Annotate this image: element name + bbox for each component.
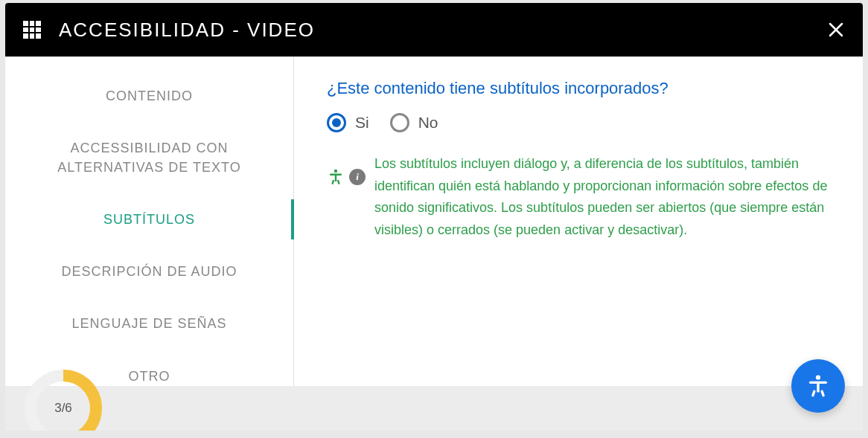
info-icons: i — [327, 153, 366, 186]
radio-circle-icon — [327, 113, 346, 132]
dialog-container: ACCESIBILIDAD - VIDEO CONTENIDO ACCESSIB… — [5, 3, 863, 431]
svg-rect-4 — [335, 174, 336, 181]
radio-no-label: No — [418, 114, 438, 132]
sidebar-item-alternativas-texto[interactable]: ACCESSIBILIDAD CON ALTERNATIVAS DE TEXTO — [5, 122, 293, 193]
dialog-body: CONTENIDO ACCESSIBILIDAD CON ALTERNATIVA… — [5, 57, 863, 431]
bottom-strip — [5, 386, 863, 431]
sidebar-item-label: DESCRIPCIÓN DE AUDIO — [61, 264, 237, 279]
sidebar-item-descripcion-audio[interactable]: DESCRIPCIÓN DE AUDIO — [5, 245, 293, 297]
progress-text: 3/6 — [22, 367, 105, 431]
info-text: Los subtítulos incluyen diálogo y, a dif… — [374, 153, 830, 242]
dialog-title: ACCESIBILIDAD - VIDEO — [59, 19, 827, 42]
app-grid-icon[interactable] — [23, 21, 41, 39]
svg-point-9 — [816, 376, 820, 380]
close-icon[interactable] — [827, 21, 845, 39]
svg-rect-5 — [331, 180, 334, 184]
svg-rect-11 — [817, 381, 819, 392]
svg-rect-6 — [337, 180, 340, 184]
radio-yes[interactable]: Si — [327, 113, 369, 132]
svg-rect-13 — [820, 390, 825, 397]
progress-badge: 3/6 — [22, 367, 105, 431]
main-panel: ¿Este contenido tiene subtítulos incorpo… — [294, 57, 863, 431]
sidebar-item-subtitulos[interactable]: SUBTÍTULOS — [5, 193, 293, 245]
radio-circle-icon — [390, 113, 409, 132]
radio-group: Si No — [327, 113, 830, 132]
info-icon[interactable]: i — [349, 169, 366, 185]
sidebar-item-contenido[interactable]: CONTENIDO — [5, 70, 293, 122]
svg-point-2 — [334, 170, 337, 173]
sidebar-item-label: SUBTÍTULOS — [103, 212, 195, 227]
radio-yes-label: Si — [355, 114, 369, 132]
dialog-header: ACCESIBILIDAD - VIDEO — [5, 3, 863, 57]
svg-rect-12 — [811, 390, 816, 397]
sidebar-item-lenguaje-senas[interactable]: LENGUAJE DE SEÑAS — [5, 297, 293, 350]
accessibility-person-icon — [327, 168, 345, 186]
accessibility-fab[interactable] — [791, 359, 845, 413]
question-text: ¿Este contenido tiene subtítulos incorpo… — [327, 79, 830, 98]
sidebar-item-label: OTRO — [129, 369, 170, 384]
sidebar-item-label: ACCESSIBILIDAD CON ALTERNATIVAS DE TEXTO — [57, 141, 240, 175]
radio-no[interactable]: No — [390, 113, 438, 132]
sidebar-item-label: LENGUAJE DE SEÑAS — [71, 316, 226, 331]
sidebar-item-label: CONTENIDO — [106, 88, 193, 103]
info-block: i Los subtítulos incluyen diálogo y, a d… — [327, 153, 830, 242]
accessibility-person-icon — [805, 373, 831, 399]
